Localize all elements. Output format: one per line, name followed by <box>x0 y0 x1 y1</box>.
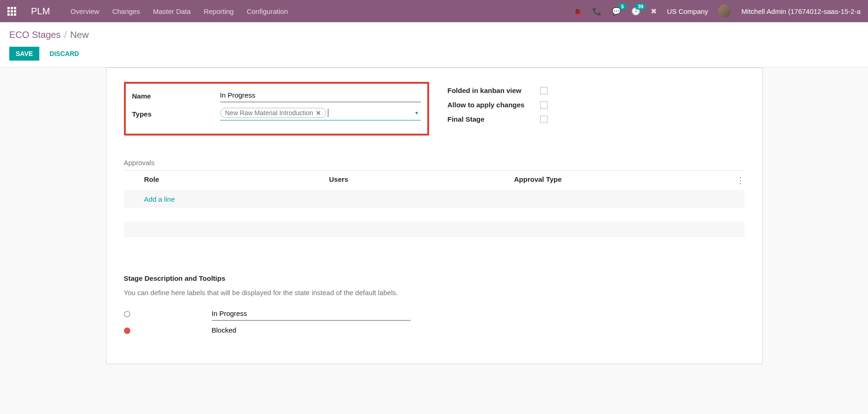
final-row: Final Stage <box>448 115 745 123</box>
breadcrumb-current: New <box>70 30 89 40</box>
state-blocked-row <box>124 324 745 337</box>
kebab-icon[interactable]: ⋮ <box>726 175 745 185</box>
types-input[interactable]: New Raw Material Introduction ✕ ▾ <box>220 107 421 121</box>
folded-checkbox[interactable] <box>540 87 548 94</box>
dropdown-caret-icon[interactable]: ▾ <box>415 110 418 116</box>
name-field-row: Name <box>132 89 421 102</box>
avatar[interactable] <box>718 5 731 18</box>
activities-badge: 39 <box>635 3 646 10</box>
name-input[interactable] <box>220 89 421 102</box>
allow-checkbox[interactable] <box>540 101 548 109</box>
add-line-link[interactable]: Add a line <box>144 195 175 203</box>
tag-remove-icon[interactable]: ✕ <box>316 110 321 117</box>
messages-badge: 5 <box>618 3 627 10</box>
top-navbar: PLM Overview Changes Master Data Reporti… <box>0 0 868 22</box>
action-buttons: SAVE DISCARD <box>9 47 859 61</box>
breadcrumb-parent[interactable]: ECO Stages <box>9 30 61 40</box>
col-users: Users <box>329 175 514 185</box>
allow-row: Allow to apply changes <box>448 101 745 109</box>
description-title: Stage Description and Tooltips <box>124 274 745 282</box>
phone-icon[interactable]: 📞 <box>592 7 602 16</box>
description-help: You can define here labels that will be … <box>124 289 745 297</box>
nav-item-configuration[interactable]: Configuration <box>246 7 288 15</box>
nav-menu: Overview Changes Master Data Reporting C… <box>70 7 288 15</box>
approvals-body: Add a line <box>124 191 745 208</box>
folded-row: Folded in kanban view <box>448 87 745 94</box>
col-approval-type: Approval Type <box>514 175 726 185</box>
save-button[interactable]: SAVE <box>9 47 39 61</box>
breadcrumb-separator: / <box>64 30 67 40</box>
state-dot-red-icon <box>124 327 130 334</box>
approvals-table: Role Users Approval Type ⋮ Add a line <box>124 170 745 237</box>
state-normal-input[interactable] <box>212 308 411 321</box>
form-top-row: Name Types New Raw Material Introduction… <box>124 82 745 136</box>
navbar-left: PLM Overview Changes Master Data Reporti… <box>7 6 288 17</box>
col-role: Role <box>144 175 329 185</box>
approvals-header: Role Users Approval Type ⋮ <box>124 171 745 191</box>
form-container: Name Types New Raw Material Introduction… <box>0 68 868 364</box>
types-label: Types <box>132 110 220 118</box>
tools-icon[interactable]: ✖ <box>651 7 657 16</box>
navbar-right: 🐞 📞 💬5 🕓39 ✖ US Company Mitchell Admin (… <box>573 5 861 18</box>
types-field-row: Types New Raw Material Introduction ✕ ▾ <box>132 107 421 121</box>
messages-icon[interactable]: 💬5 <box>612 7 621 16</box>
state-blocked-input[interactable] <box>212 324 411 337</box>
name-label: Name <box>132 92 220 100</box>
breadcrumb: ECO Stages / New <box>9 30 859 40</box>
nav-item-changes[interactable]: Changes <box>112 7 140 15</box>
state-dot-grey-icon <box>124 311 130 317</box>
highlighted-fields: Name Types New Raw Material Introduction… <box>124 82 429 136</box>
approvals-footer <box>124 222 745 237</box>
user-menu[interactable]: Mitchell Admin (17674012-saas-15-2-a <box>741 7 861 15</box>
apps-icon[interactable] <box>7 7 16 16</box>
app-name[interactable]: PLM <box>31 6 50 17</box>
control-panel: ECO Stages / New SAVE DISCARD <box>0 22 868 68</box>
text-cursor <box>328 109 328 117</box>
company-selector[interactable]: US Company <box>667 7 708 15</box>
bug-icon[interactable]: 🐞 <box>573 7 582 16</box>
checkbox-fields: Folded in kanban view Allow to apply cha… <box>448 82 745 136</box>
final-checkbox[interactable] <box>540 116 548 123</box>
state-normal-row <box>124 308 745 321</box>
form-sheet: Name Types New Raw Material Introduction… <box>106 68 763 364</box>
activities-icon[interactable]: 🕓39 <box>631 7 640 16</box>
allow-label: Allow to apply changes <box>448 101 540 109</box>
approvals-title: Approvals <box>124 159 745 167</box>
final-label: Final Stage <box>448 115 540 123</box>
nav-item-master-data[interactable]: Master Data <box>153 7 191 15</box>
types-tag: New Raw Material Introduction ✕ <box>220 108 326 118</box>
nav-item-reporting[interactable]: Reporting <box>203 7 234 15</box>
types-tag-label: New Raw Material Introduction <box>225 109 314 117</box>
folded-label: Folded in kanban view <box>448 87 540 94</box>
nav-item-overview[interactable]: Overview <box>70 7 99 15</box>
discard-button[interactable]: DISCARD <box>48 47 81 61</box>
